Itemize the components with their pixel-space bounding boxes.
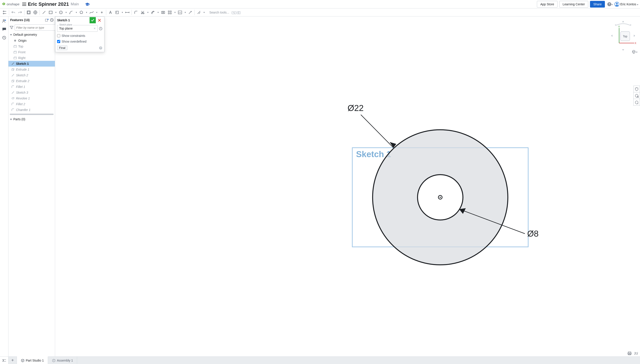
- tab-manager-icon[interactable]: [0, 357, 9, 364]
- offset-dropdown[interactable]: [156, 11, 160, 14]
- confirm-button[interactable]: [90, 17, 96, 23]
- print-icon[interactable]: [627, 352, 631, 355]
- graphics-canvas[interactable]: Sketch 1 Ø22 Ø8: [55, 16, 640, 356]
- sketch-plane-field[interactable]: Sketch plane Top plane×: [57, 25, 98, 32]
- workspace-name[interactable]: Main: [71, 2, 79, 6]
- feature-item-sketch3[interactable]: Sketch 3: [9, 90, 55, 96]
- cancel-button[interactable]: [96, 17, 102, 23]
- trim-icon[interactable]: [139, 9, 146, 16]
- feature-item-revolve1[interactable]: Revolve 1: [9, 96, 55, 101]
- default-geometry-group[interactable]: ▾Default geometry: [9, 32, 55, 38]
- feature-item-sketch1[interactable]: Sketch 1: [9, 61, 55, 66]
- dimension-22[interactable]: Ø22: [348, 103, 364, 113]
- spline-icon[interactable]: [88, 9, 95, 16]
- point-icon[interactable]: [98, 9, 105, 16]
- feature-item-extrude1[interactable]: Extrude 1: [9, 66, 55, 72]
- comments-icon[interactable]: [1, 26, 7, 32]
- feature-item-extrude2[interactable]: Extrude 2: [9, 78, 55, 84]
- feature-label: Sketch 1: [16, 62, 29, 66]
- top-plane-item[interactable]: Top: [9, 44, 55, 49]
- svg-point-2: [3, 11, 4, 12]
- section-view-icon[interactable]: [633, 86, 640, 92]
- show-constraints-checkbox[interactable]: Show constraints: [57, 34, 102, 38]
- polygon-icon[interactable]: [78, 9, 85, 16]
- feature-label: Sketch 2: [16, 74, 28, 77]
- use-icon[interactable]: [114, 9, 120, 16]
- trim-dropdown[interactable]: [146, 11, 150, 14]
- document-title[interactable]: Eric Spinner 2021: [28, 1, 69, 7]
- right-plane-item[interactable]: Right: [9, 55, 55, 61]
- help-icon[interactable]: ?: [607, 2, 613, 6]
- search-tools[interactable]: Search tools... ⌥C: [209, 11, 241, 14]
- circle-dropdown[interactable]: [64, 11, 68, 14]
- svg-rect-5: [28, 11, 30, 14]
- assembly-icon: [52, 359, 56, 362]
- mass-props-icon[interactable]: [633, 99, 640, 106]
- sheet-icon[interactable]: [25, 9, 32, 16]
- view-cube[interactable]: Y X Top: [610, 19, 636, 46]
- tools-tree-icon[interactable]: [1, 9, 8, 16]
- undo-icon[interactable]: [10, 9, 17, 16]
- constraint-icon[interactable]: [195, 9, 202, 16]
- dimension-8[interactable]: Ø8: [527, 229, 539, 238]
- constraint-dropdown[interactable]: [202, 11, 206, 14]
- globe-icon[interactable]: [32, 9, 39, 16]
- measure-icon[interactable]: [633, 92, 640, 99]
- filter-input[interactable]: [15, 24, 55, 31]
- plane-history-icon[interactable]: [99, 27, 102, 30]
- offset-icon[interactable]: [150, 9, 156, 16]
- user-menu[interactable]: Eric Kontos: [614, 2, 638, 7]
- mirror-icon[interactable]: [160, 9, 166, 16]
- clear-plane-icon[interactable]: ×: [94, 27, 96, 30]
- feature-item-chamfer1[interactable]: Chamfer 1: [9, 107, 55, 113]
- dimension-icon[interactable]: [124, 9, 131, 16]
- app-store-button[interactable]: App Store: [537, 1, 557, 8]
- show-overdefined-checkbox[interactable]: Show overdefined: [57, 40, 102, 43]
- use-dropdown[interactable]: [120, 11, 124, 14]
- rectangle-dropdown[interactable]: [54, 11, 58, 14]
- svg-point-10: [70, 13, 70, 14]
- sketch-dialog: Sketch 1 Sketch plane Top plane× Show co…: [55, 16, 104, 52]
- tab-part-studio[interactable]: Part Studio 1: [17, 356, 48, 364]
- learning-center-button[interactable]: Learning Center: [559, 1, 588, 8]
- arc-dropdown[interactable]: [74, 11, 78, 14]
- header-bar: onshape Eric Spinner 2021 Main App Store…: [0, 0, 640, 8]
- share-button[interactable]: Share: [590, 1, 605, 8]
- redo-icon[interactable]: [17, 9, 23, 16]
- arc-icon[interactable]: [68, 9, 74, 16]
- construction-icon[interactable]: [187, 9, 193, 16]
- filter-icon[interactable]: [10, 26, 13, 29]
- feature-item-sketch2[interactable]: Sketch 2: [9, 72, 55, 78]
- add-person-icon[interactable]: [1, 18, 7, 24]
- brand-logo[interactable]: onshape: [2, 2, 20, 6]
- parts-group[interactable]: ▾Parts (0): [9, 116, 55, 122]
- rectangle-icon[interactable]: [47, 9, 54, 16]
- education-icon[interactable]: [85, 3, 90, 6]
- polygon-dropdown[interactable]: [85, 11, 88, 14]
- history-icon[interactable]: [1, 34, 7, 41]
- feature-insert-icon[interactable]: [45, 18, 49, 22]
- menu-icon[interactable]: [22, 3, 26, 6]
- circle-icon[interactable]: [58, 9, 64, 16]
- feature-item-fillet1[interactable]: Fillet 1: [9, 84, 55, 90]
- add-tab-button[interactable]: +: [9, 357, 17, 364]
- dialog-help-icon[interactable]: ?: [99, 46, 102, 50]
- text-icon[interactable]: [107, 9, 114, 16]
- dxf-icon[interactable]: DXF: [177, 9, 183, 16]
- feature-item-fillet2[interactable]: Fillet 2: [9, 101, 55, 107]
- pattern-dropdown[interactable]: [173, 11, 177, 14]
- rollback-bar[interactable]: [10, 114, 54, 115]
- origin-item[interactable]: Origin: [9, 38, 55, 44]
- line-icon[interactable]: [41, 9, 47, 16]
- front-plane-item[interactable]: Front: [9, 49, 55, 55]
- right-rail: [633, 86, 640, 106]
- tab-assembly[interactable]: Assembly 1: [48, 357, 77, 364]
- pattern-icon[interactable]: [166, 9, 173, 16]
- fillet-icon[interactable]: [133, 9, 139, 16]
- final-button[interactable]: Final: [57, 46, 67, 50]
- spline-dropdown[interactable]: [95, 11, 98, 14]
- rollback-icon[interactable]: [50, 18, 54, 22]
- dxf-dropdown[interactable]: [183, 11, 187, 14]
- bottom-rail: [627, 352, 638, 355]
- units-icon[interactable]: [634, 352, 638, 355]
